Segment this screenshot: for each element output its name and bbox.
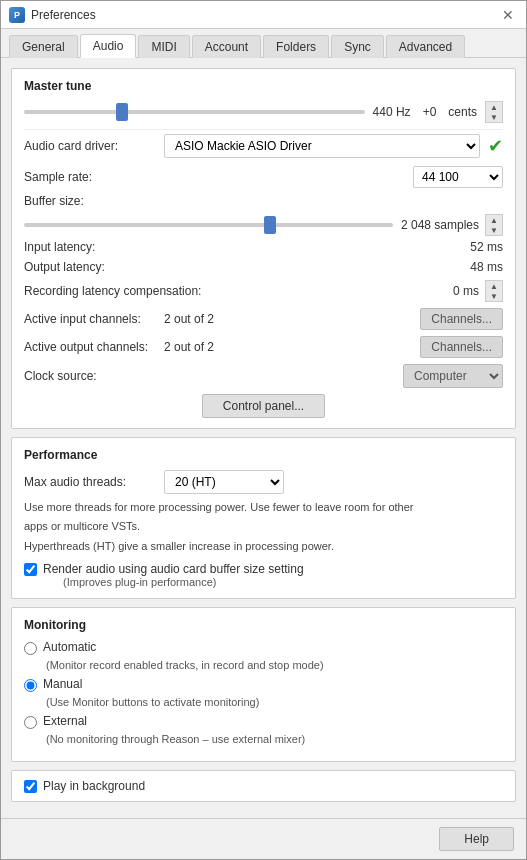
driver-row: Audio card driver: ASIO Mackie ASIO Driv… — [24, 134, 503, 158]
recording-latency-value: 0 ms — [453, 284, 479, 298]
render-checkbox-row: Render audio using audio card buffer siz… — [24, 562, 503, 588]
help-button[interactable]: Help — [439, 827, 514, 851]
input-channels-value: 2 out of 2 — [164, 312, 214, 326]
play-background-section: Play in background — [11, 770, 516, 802]
recording-latency-down[interactable]: ▼ — [486, 291, 502, 301]
tab-general[interactable]: General — [9, 35, 78, 58]
auto-label[interactable]: Automatic — [43, 640, 96, 654]
recording-latency-row: Recording latency compensation: 0 ms ▲ ▼ — [24, 280, 503, 302]
input-latency-value: 52 ms — [470, 240, 503, 254]
title-bar: P Preferences ✕ — [1, 1, 526, 29]
title-bar-left: P Preferences — [9, 7, 96, 23]
tab-folders[interactable]: Folders — [263, 35, 329, 58]
buffer-size-slider-row: 2 048 samples ▲ ▼ — [24, 214, 503, 236]
footer: Help — [1, 818, 526, 859]
close-button[interactable]: ✕ — [498, 5, 518, 25]
auto-radio[interactable] — [24, 642, 37, 655]
master-tune-title: Master tune — [24, 79, 503, 93]
threads-dropdown[interactable]: 20 (HT) — [164, 470, 284, 494]
performance-section: Performance Max audio threads: 20 (HT) U… — [11, 437, 516, 599]
play-background-checkbox[interactable] — [24, 780, 37, 793]
auto-radio-row: Automatic — [24, 640, 503, 655]
perf-desc-1: Use more threads for more processing pow… — [24, 500, 503, 515]
render-labels: Render audio using audio card buffer siz… — [43, 562, 304, 588]
app-icon: P — [9, 7, 25, 23]
play-background-label[interactable]: Play in background — [43, 779, 145, 793]
tab-account[interactable]: Account — [192, 35, 261, 58]
external-radio[interactable] — [24, 716, 37, 729]
external-radio-row: External — [24, 714, 503, 729]
master-tune-down[interactable]: ▼ — [486, 112, 502, 122]
input-latency-label: Input latency: — [24, 240, 164, 254]
auto-sub: (Monitor record enabled tracks, in recor… — [46, 659, 503, 671]
render-sub: (Improves plug-in performance) — [63, 576, 304, 588]
external-label[interactable]: External — [43, 714, 87, 728]
recording-latency-up[interactable]: ▲ — [486, 281, 502, 291]
render-checkbox[interactable] — [24, 563, 37, 576]
window-title: Preferences — [31, 8, 96, 22]
output-latency-label: Output latency: — [24, 260, 164, 274]
input-channels-row: Active input channels: 2 out of 2 Channe… — [24, 308, 503, 330]
master-tune-offset: +0 — [423, 105, 437, 119]
monitoring-section: Monitoring Automatic (Monitor record ena… — [11, 607, 516, 762]
output-channels-row: Active output channels: 2 out of 2 Chann… — [24, 336, 503, 358]
render-label[interactable]: Render audio using audio card buffer siz… — [43, 562, 304, 576]
manual-label[interactable]: Manual — [43, 677, 82, 691]
divider-1 — [24, 129, 503, 130]
output-latency-value: 48 ms — [470, 260, 503, 274]
master-tune-spinbox: ▲ ▼ — [485, 101, 503, 123]
play-background-row: Play in background — [24, 779, 503, 793]
output-channels-label: Active output channels: — [24, 340, 164, 354]
master-tune-thumb[interactable] — [116, 103, 128, 121]
master-tune-unit: cents — [448, 105, 477, 119]
sample-rate-label: Sample rate: — [24, 170, 164, 184]
external-sub: (No monitoring through Reason – use exte… — [46, 733, 503, 745]
recording-latency-spinbox: ▲ ▼ — [485, 280, 503, 302]
sample-rate-dropdown[interactable]: 44 100 — [413, 166, 503, 188]
driver-dropdown[interactable]: ASIO Mackie ASIO Driver — [164, 134, 480, 158]
buffer-size-up[interactable]: ▲ — [486, 215, 502, 225]
buffer-size-track[interactable] — [24, 223, 393, 227]
input-latency-row: Input latency: 52 ms — [24, 240, 503, 254]
master-tune-freq: 440 Hz — [373, 105, 411, 119]
input-channels-button[interactable]: Channels... — [420, 308, 503, 330]
buffer-size-label: Buffer size: — [24, 194, 164, 208]
preferences-window: P Preferences ✕ General Audio MIDI Accou… — [0, 0, 527, 860]
output-channels-button[interactable]: Channels... — [420, 336, 503, 358]
main-content: Master tune 440 Hz +0 cents ▲ ▼ Audio ca… — [1, 58, 526, 818]
driver-label: Audio card driver: — [24, 139, 164, 153]
output-latency-row: Output latency: 48 ms — [24, 260, 503, 274]
control-panel-button[interactable]: Control panel... — [202, 394, 325, 418]
threads-row: Max audio threads: 20 (HT) — [24, 470, 503, 494]
buffer-size-value: 2 048 samples — [401, 218, 479, 232]
perf-desc-3: Hyperthreads (HT) give a smaller increas… — [24, 539, 503, 554]
master-tune-slider-row: 440 Hz +0 cents ▲ ▼ — [24, 101, 503, 123]
buffer-size-label-row: Buffer size: — [24, 194, 503, 208]
perf-desc-2: apps or multicore VSTs. — [24, 519, 503, 534]
tab-sync[interactable]: Sync — [331, 35, 384, 58]
tab-midi[interactable]: MIDI — [138, 35, 189, 58]
performance-title: Performance — [24, 448, 503, 462]
tab-bar: General Audio MIDI Account Folders Sync … — [1, 29, 526, 58]
manual-radio-row: Manual — [24, 677, 503, 692]
manual-sub: (Use Monitor buttons to activate monitor… — [46, 696, 503, 708]
sample-rate-row: Sample rate: 44 100 — [24, 166, 503, 188]
tab-audio[interactable]: Audio — [80, 34, 137, 58]
clock-source-row: Clock source: Computer — [24, 364, 503, 388]
manual-radio[interactable] — [24, 679, 37, 692]
recording-latency-label: Recording latency compensation: — [24, 284, 224, 298]
buffer-size-spinbox: ▲ ▼ — [485, 214, 503, 236]
audio-section: Master tune 440 Hz +0 cents ▲ ▼ Audio ca… — [11, 68, 516, 429]
buffer-size-thumb[interactable] — [264, 216, 276, 234]
master-tune-up[interactable]: ▲ — [486, 102, 502, 112]
output-channels-value: 2 out of 2 — [164, 340, 214, 354]
master-tune-track[interactable] — [24, 110, 365, 114]
threads-label: Max audio threads: — [24, 475, 164, 489]
monitoring-title: Monitoring — [24, 618, 503, 632]
driver-status-icon: ✔ — [488, 135, 503, 157]
input-channels-label: Active input channels: — [24, 312, 164, 326]
buffer-size-down[interactable]: ▼ — [486, 225, 502, 235]
tab-advanced[interactable]: Advanced — [386, 35, 465, 58]
clock-source-dropdown[interactable]: Computer — [403, 364, 503, 388]
clock-source-label: Clock source: — [24, 369, 164, 383]
